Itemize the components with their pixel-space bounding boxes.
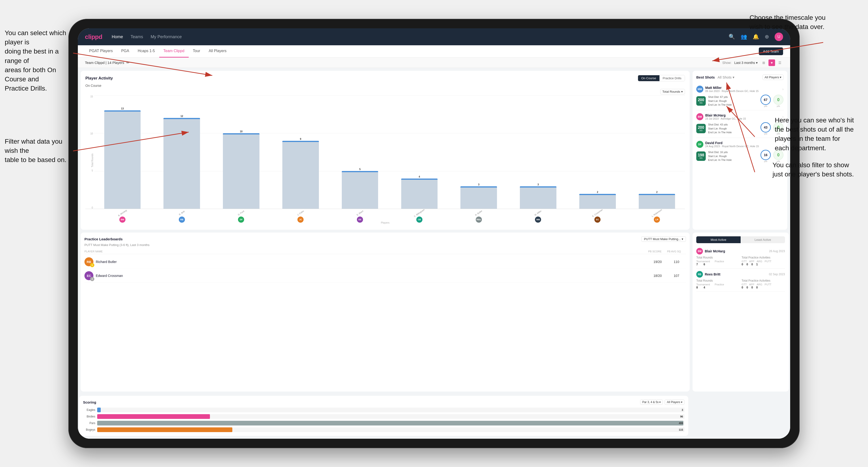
bar-label-lrobertson: 2	[656, 191, 658, 193]
tab-hcaps[interactable]: Hcaps 1-5	[133, 45, 159, 58]
nav-link-teams[interactable]: Teams	[131, 34, 143, 39]
best-shots-tab[interactable]: Best Shots	[696, 75, 715, 80]
bar-eebert: 5 E. Ebert EE	[332, 95, 388, 209]
scoring-par-dropdown[interactable]: Par 3, 4 & 5s ▾	[640, 400, 663, 405]
player-activity-panel: Player Activity On Course Practice Drill…	[81, 71, 690, 230]
list-view-icon[interactable]: ☰	[776, 59, 783, 66]
score-edward: 18/20	[648, 274, 667, 278]
practice-activities-label-rees: Total Practice Activities	[742, 279, 785, 282]
y-tick-15: 15	[90, 95, 93, 98]
avatar-dford: DF	[238, 217, 244, 223]
practice-drills-toggle[interactable]: Practice Drills	[659, 75, 685, 81]
avatar-bmcharg: BM	[119, 217, 125, 223]
shot-card-matt-miller: MM Matt Miller 09 Jun 2023 · Royal North…	[696, 83, 783, 111]
shot-stat1-blair: 43 yds	[761, 122, 771, 135]
best-shots-header: Best Shots All Shots ▾ All Players ▾	[696, 74, 783, 80]
tab-pga[interactable]: PGA	[117, 45, 133, 58]
tab-tour[interactable]: Tour	[189, 45, 205, 58]
bar-xlabel-mmiller: M. Miller	[534, 210, 542, 216]
bar-dford: 10 D. Ford DF	[213, 95, 269, 209]
practice-row-2: EC 2 Edward Crossman 18/20 107	[85, 269, 686, 283]
least-active-tab[interactable]: Least Active	[741, 236, 785, 243]
bar-bmcharg: 13 B. McHarg BM	[94, 95, 151, 209]
nav-link-performance[interactable]: My Performance	[151, 34, 182, 39]
nav-link-home[interactable]: Home	[112, 34, 123, 39]
practice-dropdown[interactable]: PUTT Must Make Putting... ▾	[641, 236, 686, 242]
on-course-toggle[interactable]: On Course	[638, 75, 659, 81]
bar-label-rbritt: 12	[181, 115, 183, 118]
main-content: Player Activity On Course Practice Drill…	[78, 68, 790, 439]
bar-xlabel-lrobertson: L. Robertson	[651, 209, 662, 217]
avatar-matt-miller: MM	[696, 86, 703, 93]
rounds-label-blair: Total Rounds	[696, 256, 740, 259]
avatar-david: DF	[696, 141, 703, 148]
best-shots-panel: Best Shots All Shots ▾ All Players ▾	[692, 71, 787, 230]
tablet-frame: clippd Home Teams My Performance 🔍 👥 🔔 ⊕…	[68, 19, 800, 448]
time-period-dropdown[interactable]: Last 3 months ▾	[734, 61, 757, 65]
shot-chevron-matt[interactable]: ›	[782, 87, 783, 91]
col-player-name: PLAYER NAME	[85, 250, 648, 253]
bar-mmiller: 3 M. Miller MM	[510, 95, 566, 209]
practice-row-1: RB 1 Richard Butler 19/20 110	[85, 255, 686, 269]
chart-dropdown-label: Total Rounds	[662, 90, 680, 93]
on-course-label: On Course	[85, 84, 685, 88]
activity-date-rees: 02 Sep 2023	[769, 273, 785, 276]
chart-area: Total Rounds ▾ Total Rounds	[85, 89, 685, 225]
player-activity-header: Player Activity On Course Practice Drill…	[85, 75, 685, 81]
tab-all-players[interactable]: All Players	[205, 45, 231, 58]
y-tick-10: 10	[90, 132, 93, 135]
tab-team-clippd[interactable]: Team Clippd	[159, 45, 189, 58]
plus-icon[interactable]: ⊕	[765, 34, 769, 40]
add-team-button[interactable]: Add Team	[759, 48, 783, 55]
scoring-val-birdies: 96	[680, 415, 683, 418]
player-name-matt: Matt Miller	[705, 86, 758, 90]
all-players-dropdown[interactable]: All Players ▾	[763, 74, 783, 80]
badge-num-blair: 200	[698, 126, 704, 129]
stat1-val-matt: 67	[764, 98, 768, 102]
avatar-blair: BM	[696, 113, 703, 120]
best-shots-tabs: Best Shots All Shots ▾	[696, 75, 735, 80]
stat1-label-blair: yds	[764, 132, 767, 135]
avatar-jcoles: JC	[298, 217, 304, 223]
bar-label-rbutler: 3	[478, 183, 479, 186]
team-bar-right: Show: Last 3 months ▾ ⊞ ♥ ☰	[722, 59, 783, 66]
scoring-title: Scoring	[83, 400, 96, 404]
scoring-val-pars: 499	[679, 422, 683, 425]
player-name-richard: Richard Butler	[96, 260, 117, 264]
player-activity-title: Player Activity	[85, 76, 113, 81]
bell-icon[interactable]: 🔔	[753, 34, 759, 40]
badge-num-david: 198	[698, 153, 704, 157]
practice-title: Practice Leaderboards	[85, 237, 123, 241]
most-active-tab[interactable]: Most Active	[696, 236, 741, 243]
scoring-val-bogeys: 115	[679, 428, 683, 431]
sub-nav-tabs: PGAT Players PGA Hcaps 1-5 Team Clippd T…	[85, 45, 231, 58]
scoring-label-pars: Pars	[83, 422, 95, 425]
heart-view-icon[interactable]: ♥	[769, 59, 775, 66]
team-bar-left: Team Clippd | 14 Players ✏	[85, 61, 129, 65]
bar-xlabel-cbillingham: C. Billingham	[413, 209, 425, 218]
stat1-val-blair: 43	[764, 125, 768, 129]
col-pb-score: PB SCORE	[648, 250, 667, 253]
practice-leaderboards-panel: Practice Leaderboards PUTT Must Make Put…	[81, 232, 690, 392]
edit-icon[interactable]: ✏	[126, 61, 129, 65]
practice-dropdown-label: PUTT Must Make Putting...	[644, 237, 681, 241]
bar-xlabel-ecrossman: E. Crossman	[592, 209, 603, 217]
annotation-player-select: You can select which player isdoing the …	[5, 28, 73, 93]
annotation-filter-player: You can also filter to showjust one play…	[772, 160, 854, 179]
search-icon[interactable]: 🔍	[728, 34, 735, 40]
bar-label-dford: 10	[240, 130, 243, 133]
shot-stat1-matt: 67 yds	[761, 95, 771, 107]
user-avatar[interactable]: U	[775, 33, 783, 41]
avatar-rbritt: RB	[179, 217, 185, 223]
scoring-players-dropdown[interactable]: All Players ▾	[665, 400, 684, 405]
tab-pgat-players[interactable]: PGAT Players	[85, 45, 117, 58]
chart-dropdown[interactable]: Total Rounds ▾	[660, 89, 685, 94]
practice-val-rees: 4	[704, 286, 705, 289]
all-shots-tab[interactable]: All Shots ▾	[717, 75, 734, 80]
avg-richard: 110	[667, 260, 686, 264]
avatar-edward: EC 2	[85, 271, 93, 280]
shot-badge-matt: 200 SG	[696, 96, 706, 106]
bar-rbritt: 12 R. Britt RB	[154, 95, 210, 209]
people-icon[interactable]: 👥	[741, 34, 747, 40]
grid-view-icon[interactable]: ⊞	[761, 59, 767, 66]
